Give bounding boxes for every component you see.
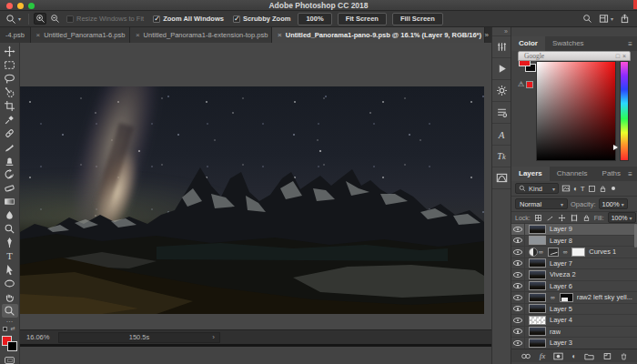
default-colors-icon[interactable] — [3, 327, 7, 331]
quick-select-tool[interactable] — [2, 86, 18, 99]
layer-name[interactable]: Curves 1 — [589, 248, 616, 256]
edit-toolbar-icon[interactable]: … — [6, 318, 14, 325]
collapse-dock-icon[interactable]: » — [492, 27, 511, 36]
document-tab-1[interactable]: ×Untitled_Panorama1-6.psb — [31, 27, 130, 43]
hue-slider-pointer[interactable] — [613, 145, 618, 150]
layer-visibility-toggle[interactable] — [511, 327, 525, 338]
layer-thumbnail[interactable] — [529, 225, 546, 234]
layer-name[interactable]: raw2 left sky yell... — [577, 293, 632, 301]
pen-tool[interactable] — [2, 236, 18, 249]
layer-row[interactable]: Layer 3 — [511, 338, 637, 349]
healing-tool[interactable] — [2, 126, 18, 140]
saturation-brightness-field[interactable] — [536, 61, 616, 161]
layer-name[interactable]: Viveza 2 — [550, 270, 576, 278]
layer-thumbnail[interactable] — [529, 281, 546, 290]
filter-type-layers-icon[interactable]: T — [581, 185, 585, 193]
zoom-out-mode-button[interactable] — [48, 13, 61, 25]
type-tool[interactable]: T — [2, 249, 18, 263]
layer-name[interactable]: raw — [550, 328, 561, 336]
screen-mode-icon[interactable] — [5, 357, 15, 364]
hand-tool[interactable] — [2, 290, 18, 304]
marquee-tool[interactable] — [2, 58, 18, 72]
lock-transparency-icon[interactable] — [534, 214, 542, 222]
document-info-field[interactable]: 150.5s › — [58, 332, 220, 343]
curves-thumbnail[interactable] — [548, 248, 559, 257]
layer-thumbnail[interactable] — [529, 304, 546, 313]
canvas-area[interactable]: 16.06% 150.5s › — [20, 43, 491, 347]
document-image[interactable] — [20, 86, 484, 314]
layer-row[interactable]: ∞raw2 left sky yell... — [511, 292, 637, 304]
tab-channels[interactable]: Channels — [550, 167, 595, 181]
layer-visibility-toggle[interactable] — [511, 258, 525, 269]
layer-name[interactable]: Layer 4 — [550, 316, 572, 324]
zoom-in-mode-button[interactable] — [34, 13, 46, 25]
scrubby-zoom-checkbox[interactable]: Scrubby Zoom — [233, 15, 291, 23]
add-adjustment-icon[interactable]: ◐ — [571, 352, 576, 360]
layer-thumbnail[interactable] — [529, 316, 546, 325]
layer-thumbnail[interactable] — [529, 236, 546, 245]
layer-visibility-toggle[interactable] — [511, 247, 525, 258]
tool-preset-picker[interactable]: ▾ — [0, 14, 25, 25]
gradient-tool[interactable] — [2, 195, 18, 208]
layer-thumbnail[interactable] — [529, 270, 546, 279]
typekit-panel-icon[interactable]: Tk — [492, 146, 511, 167]
brush-tool[interactable] — [2, 140, 18, 154]
eraser-tool[interactable] — [2, 181, 18, 195]
search-icon[interactable] — [582, 14, 592, 24]
zoom-all-windows-checkbox[interactable]: Zoom All Windows — [153, 15, 224, 23]
layer-row[interactable]: Layer 6 — [511, 281, 637, 293]
hue-slider[interactable] — [620, 61, 629, 161]
layer-visibility-toggle[interactable] — [511, 281, 525, 292]
crop-tool[interactable] — [2, 99, 18, 113]
status-options-chevron[interactable]: › — [212, 333, 215, 341]
clone-source-panel-icon[interactable] — [492, 102, 511, 124]
resize-windows-to-fit-checkbox[interactable]: Resize Windows to Fit — [66, 15, 144, 23]
blend-mode-dropdown[interactable]: Normal ▾ — [515, 198, 568, 209]
glyphs-panel-icon[interactable]: A — [492, 124, 511, 146]
adjustments-panel-icon[interactable] — [492, 80, 511, 102]
layer-name[interactable]: Layer 9 — [550, 225, 572, 233]
window-maximize-icon[interactable]: □ — [616, 53, 620, 59]
default-swap-colors[interactable]: ⇄ — [3, 327, 17, 332]
layer-visibility-toggle[interactable] — [511, 315, 525, 326]
blur-tool[interactable] — [2, 208, 18, 222]
lock-pixels-icon[interactable] — [546, 214, 554, 222]
zoom-level-field[interactable]: 16.06% — [20, 333, 58, 341]
document-tab-3[interactable]: ×Untitled_Panorama1-pano-9.psb @ 16.1% (… — [272, 27, 484, 43]
layer-visibility-toggle[interactable] — [511, 304, 525, 315]
layer-name[interactable]: Layer 7 — [550, 259, 572, 268]
layer-name[interactable]: Layer 3 — [550, 339, 572, 347]
lock-all-icon[interactable] — [582, 214, 591, 222]
history-brush-tool[interactable] — [2, 167, 18, 181]
layer-row[interactable]: Layer 9 — [511, 224, 637, 236]
lasso-tool[interactable] — [2, 72, 18, 86]
lock-artboard-icon[interactable] — [570, 214, 579, 222]
shape-tool[interactable] — [2, 277, 18, 290]
document-tab-2[interactable]: ×Untitled_Panorama1-8-extension-top.psb — [130, 27, 272, 43]
link-layers-icon[interactable] — [521, 348, 531, 364]
opacity-field[interactable]: 100% ▾ — [599, 198, 628, 209]
layer-thumbnail[interactable] — [529, 327, 546, 336]
layer-mask-thumbnail[interactable] — [571, 248, 585, 257]
layer-thumbnail[interactable] — [529, 339, 546, 348]
tab-close-icon[interactable]: × — [36, 31, 41, 39]
swap-colors-icon[interactable]: ⇄ — [10, 327, 15, 331]
histogram-panel-icon[interactable] — [492, 167, 511, 189]
new-layer-icon[interactable] — [602, 348, 612, 364]
layer-row[interactable]: Viveza 2 — [511, 269, 637, 281]
filter-adjustment-layers-icon[interactable]: ◐ — [573, 185, 578, 193]
clone-stamp-tool[interactable] — [2, 154, 18, 167]
layer-thumbnail[interactable] — [529, 258, 546, 268]
layer-visibility-toggle[interactable] — [511, 236, 525, 247]
fill-screen-button[interactable]: Fill Screen — [392, 13, 443, 25]
path-select-tool[interactable] — [2, 263, 18, 277]
tab-swatches[interactable]: Swatches — [545, 36, 592, 51]
zoom-100-button[interactable]: 100% — [298, 13, 331, 25]
layer-row[interactable]: Layer 7 — [511, 258, 637, 270]
new-group-icon[interactable] — [584, 348, 594, 364]
eyedropper-tool[interactable] — [2, 113, 18, 126]
layer-name[interactable]: Layer 5 — [550, 305, 572, 313]
floating-google-window[interactable]: Google □ × — [518, 51, 631, 61]
layer-row[interactable]: Layer 4 — [511, 315, 637, 327]
workspace-switcher[interactable]: ▾ — [599, 14, 613, 24]
